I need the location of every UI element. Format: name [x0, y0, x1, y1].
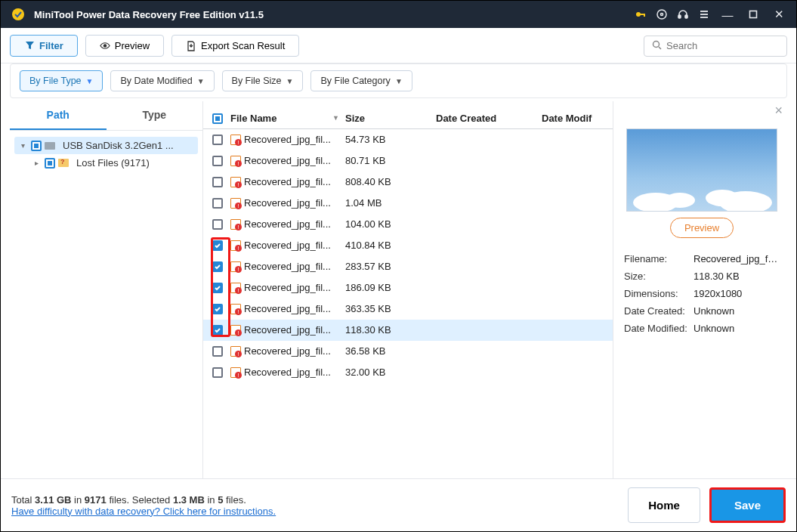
export-button[interactable]: Export Scan Result [171, 35, 299, 57]
chip-file-type[interactable]: By File Type▼ [20, 70, 103, 91]
svg-rect-7 [685, 15, 687, 18]
svg-rect-11 [750, 11, 757, 18]
export-button-label: Export Scan Result [201, 40, 285, 51]
save-button[interactable]: Save [709, 487, 786, 523]
table-row[interactable]: Recovered_jpg_fil...104.00 KB [203, 214, 613, 235]
tab-type[interactable]: Type [107, 101, 203, 130]
row-checkbox[interactable] [212, 283, 223, 293]
col-size[interactable]: Size [345, 113, 436, 124]
table-row[interactable]: Recovered_jpg_fil...186.09 KB [203, 277, 613, 298]
preview-thumbnail [626, 128, 777, 212]
row-filename: Recovered_jpg_fil... [244, 134, 345, 145]
table-row[interactable]: Recovered_jpg_fil...118.30 KB [203, 320, 613, 341]
tree-checkbox[interactable] [45, 158, 55, 169]
meta-datemodified-val: Unknown [694, 323, 780, 334]
eye-icon [100, 41, 110, 51]
tab-path[interactable]: Path [10, 101, 107, 130]
chevron-down-icon: ▼ [86, 77, 94, 85]
primary-toolbar: Filter Preview Export Scan Result [1, 28, 796, 63]
row-checkbox[interactable] [212, 135, 223, 145]
jpg-file-icon [230, 156, 241, 166]
funnel-icon [24, 41, 35, 51]
table-row[interactable]: Recovered_jpg_fil...32.00 KB [203, 362, 613, 383]
jpg-file-icon [230, 240, 241, 251]
preview-button-label: Preview [115, 40, 150, 51]
jpg-file-icon [230, 219, 241, 230]
filter-button[interactable]: Filter [10, 35, 78, 57]
meta-filename-val: Recovered_jpg_file(7 [694, 253, 780, 264]
jpg-file-icon [230, 325, 241, 336]
row-checkbox[interactable] [212, 261, 223, 272]
preview-pane: × Preview Filename:Recovered_jpg_file(7 … [613, 101, 787, 478]
meta-size-val: 118.30 KB [694, 271, 780, 282]
upgrade-key-icon[interactable] [630, 4, 651, 25]
chip-file-size[interactable]: By File Size▼ [222, 70, 304, 91]
col-date-created[interactable]: Date Created [436, 113, 542, 124]
close-button[interactable]: ✕ [766, 2, 792, 27]
table-row[interactable]: Recovered_jpg_fil...80.71 KB [203, 150, 613, 172]
table-row[interactable]: Recovered_jpg_fil...1.04 MB [203, 193, 613, 214]
search-input[interactable] [666, 40, 793, 51]
row-checkbox[interactable] [212, 325, 223, 336]
meta-filename-key: Filename: [624, 253, 694, 264]
table-row[interactable]: Recovered_jpg_fil...54.73 KB [203, 129, 613, 150]
col-filename[interactable]: File Name [230, 113, 276, 124]
row-filename: Recovered_jpg_fil... [244, 345, 345, 357]
preview-button[interactable]: Preview [85, 35, 164, 57]
svg-line-14 [659, 47, 661, 49]
preview-open-button[interactable]: Preview [670, 218, 734, 238]
svg-point-13 [653, 41, 660, 47]
select-all-checkbox[interactable] [212, 113, 223, 124]
table-row[interactable]: Recovered_jpg_fil...283.57 KB [203, 256, 613, 277]
search-icon [652, 40, 662, 52]
filter-chips-bar: By File Type▼ By Date Modified▼ By File … [10, 63, 787, 98]
file-list-pane: File Name▼ Size Date Created Date Modif … [203, 101, 613, 478]
disc-icon[interactable] [651, 4, 672, 25]
chevron-down-icon[interactable]: ▾ [17, 141, 28, 150]
table-header: File Name▼ Size Date Created Date Modif [203, 107, 613, 129]
chip-file-category[interactable]: By File Category▼ [310, 70, 412, 91]
close-preview-icon[interactable]: × [774, 103, 783, 119]
menu-icon[interactable] [694, 4, 715, 25]
row-size: 32.00 KB [345, 367, 436, 378]
table-row[interactable]: Recovered_jpg_fil...808.40 KB [203, 172, 613, 193]
row-size: 808.40 KB [345, 176, 436, 187]
row-checkbox[interactable] [212, 177, 223, 187]
sort-desc-icon[interactable]: ▼ [332, 114, 345, 122]
row-checkbox[interactable] [212, 367, 223, 378]
tree-root[interactable]: ▾ USB SanDisk 3.2Gen1 ... [14, 137, 198, 154]
jpg-file-icon [230, 198, 241, 209]
row-size: 80.71 KB [345, 155, 436, 166]
minimize-button[interactable]: — [715, 2, 740, 27]
chevron-right-icon[interactable]: ▸ [31, 159, 42, 167]
file-rows: Recovered_jpg_fil...54.73 KBRecovered_jp… [203, 129, 613, 383]
table-row[interactable]: Recovered_jpg_fil...36.58 KB [203, 341, 613, 362]
row-checkbox[interactable] [212, 198, 223, 209]
row-checkbox[interactable] [212, 219, 223, 230]
maximize-button[interactable] [740, 2, 766, 27]
tree-root-label: USB SanDisk 3.2Gen1 ... [63, 140, 195, 151]
row-filename: Recovered_jpg_fil... [244, 282, 345, 293]
row-checkbox[interactable] [212, 240, 223, 251]
table-row[interactable]: Recovered_jpg_fil...363.35 KB [203, 298, 613, 320]
chip-date-modified[interactable]: By Date Modified▼ [110, 70, 214, 91]
tree-checkbox[interactable] [31, 141, 42, 151]
svg-point-0 [12, 8, 24, 20]
search-input-wrap[interactable] [644, 36, 787, 57]
home-button[interactable]: Home [628, 487, 700, 523]
table-row[interactable]: Recovered_jpg_fil...410.84 KB [203, 235, 613, 256]
help-link[interactable]: Have difficulty with data recovery? Clic… [11, 506, 276, 517]
window-title: MiniTool Power Data Recovery Free Editio… [34, 9, 630, 20]
row-checkbox[interactable] [212, 346, 223, 357]
tree-child[interactable]: ▸ Lost Files (9171) [14, 154, 198, 172]
row-filename: Recovered_jpg_fil... [244, 197, 345, 209]
meta-size-key: Size: [624, 271, 694, 282]
tree-child-label: Lost Files (9171) [76, 157, 195, 169]
col-date-modified[interactable]: Date Modif [542, 113, 604, 124]
row-checkbox[interactable] [212, 304, 223, 314]
row-checkbox[interactable] [212, 156, 223, 166]
headphones-icon[interactable] [672, 4, 694, 25]
svg-rect-3 [644, 14, 645, 17]
row-filename: Recovered_jpg_fil... [244, 367, 345, 378]
file-metadata: Filename:Recovered_jpg_file(7 Size:118.3… [624, 250, 780, 337]
